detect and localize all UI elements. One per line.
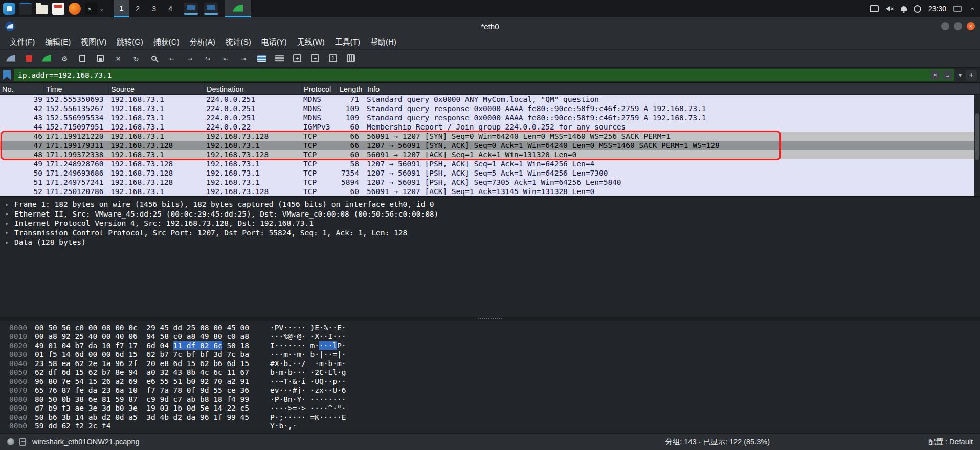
packet-row-47[interactable]: 47171.199179311192.168.73.128192.168.73.…	[0, 141, 980, 150]
hex-row-0000[interactable]: 000000 50 56 c0 00 08 00 0c 29 45 dd 25 …	[0, 323, 980, 332]
packet-row-50[interactable]: 50171.249693686192.168.73.128192.168.73.…	[0, 168, 980, 178]
save-file-button[interactable]	[92, 51, 109, 66]
display-tray-icon[interactable]	[870, 5, 879, 12]
menu-help[interactable]: 帮助(H)	[366, 36, 401, 49]
taskbar-desktop-2[interactable]: 2	[130, 0, 145, 17]
taskbar-desktop-1[interactable]: 1	[114, 0, 129, 17]
clear-filter-icon[interactable]: ×	[930, 70, 940, 80]
add-filter-button[interactable]: +	[966, 70, 977, 81]
detail-row-2[interactable]: ▸Internet Protocol Version 4, Src: 192.1…	[0, 219, 980, 228]
hex-row-0090[interactable]: 0090d7 b9 f3 ae 3e 3d b0 3e 19 03 1b 0d …	[0, 404, 980, 413]
filter-dropdown-chevron[interactable]: ▾	[957, 72, 963, 79]
menu-tools[interactable]: 工具(T)	[330, 36, 365, 49]
hex-row-0080[interactable]: 008080 50 0b 38 6e 81 59 87 c9 9d c7 ab …	[0, 395, 980, 404]
zoom-100-button[interactable]: 1	[324, 51, 342, 66]
packet-row-46[interactable]: 46171.199121220192.168.73.1192.168.73.12…	[0, 132, 980, 141]
detail-row-3[interactable]: ▸Transmission Control Protocol, Src Port…	[0, 228, 980, 238]
menu-analyze[interactable]: 分析(A)	[185, 36, 220, 49]
window-thumbnail-1[interactable]	[184, 3, 198, 15]
packet-row-49[interactable]: 49171.248928760192.168.73.128192.168.73.…	[0, 159, 980, 168]
menu-statistics[interactable]: 统计(S)	[221, 36, 256, 49]
hex-row-0070[interactable]: 007065 76 87 fe da 23 6a 10 f7 7a 78 0f …	[0, 386, 980, 395]
reload-file-button[interactable]: ↻	[127, 51, 145, 66]
resize-columns-button[interactable]	[342, 51, 360, 66]
find-packet-button[interactable]	[145, 51, 163, 66]
menu-edit[interactable]: 编辑(E)	[40, 36, 75, 49]
detail-row-4[interactable]: ▸Data (128 bytes)	[0, 238, 980, 247]
menu-file[interactable]: 文件(F)	[5, 36, 39, 49]
hex-row-0030[interactable]: 003001 f5 14 6d 00 00 6d 15 62 b7 7c bf …	[0, 350, 980, 359]
expander-icon[interactable]: ▸	[3, 201, 11, 208]
hex-row-00a0[interactable]: 00a050 b6 3b 14 ab d2 0d a5 3d 4b d2 da …	[0, 413, 980, 422]
menu-wireless[interactable]: 无线(W)	[293, 36, 329, 49]
close-file-button[interactable]: ×	[109, 51, 127, 66]
expander-icon[interactable]: ▸	[3, 239, 11, 246]
packet-row-42[interactable]: 42152.556135267192.168.73.1224.0.0.251MD…	[0, 104, 980, 113]
filter-bookmark-icon[interactable]	[3, 70, 11, 80]
profile-button[interactable]: 配置 : Default	[928, 437, 973, 447]
go-first-packet-button[interactable]: ⇤	[217, 51, 234, 66]
column-header-no[interactable]: No.	[0, 83, 44, 94]
hex-row-0060[interactable]: 006096 80 7e 54 15 26 a2 69 e6 55 51 b0 …	[0, 377, 980, 386]
pane-splitter[interactable]	[0, 317, 980, 321]
packet-row-43[interactable]: 43152.556995534192.168.73.1224.0.0.251MD…	[0, 113, 980, 122]
detail-row-0[interactable]: ▸Frame 1: 182 bytes on wire (1456 bits),…	[0, 200, 980, 209]
file-manager-icon[interactable]	[36, 5, 48, 14]
browser-icon[interactable]	[69, 3, 81, 15]
hex-row-0050[interactable]: 005062 df 6d 15 62 b7 8e 94 a0 32 43 8b …	[0, 368, 980, 377]
taskbar-desktop-3[interactable]: 3	[146, 0, 162, 17]
menu-capture[interactable]: 捕获(C)	[149, 36, 184, 49]
expert-info-icon[interactable]	[7, 438, 14, 445]
colorize-packets-button[interactable]	[253, 51, 270, 66]
auto-scroll-button[interactable]	[271, 51, 288, 66]
detail-row-1[interactable]: ▸Ethernet II, Src: VMware_45:dd:25 (00:0…	[0, 209, 980, 219]
volume-muted-icon[interactable]: ×	[883, 3, 894, 14]
zoom-out-button[interactable]: −	[306, 51, 324, 66]
menu-telephony[interactable]: 电话(Y)	[257, 36, 292, 49]
packet-row-51[interactable]: 51171.249757241192.168.73.128192.168.73.…	[0, 178, 980, 187]
taskbar-desktop-4[interactable]: 4	[163, 0, 178, 17]
go-back-button[interactable]: ←	[163, 51, 181, 66]
terminal-icon[interactable]: >_	[85, 3, 97, 15]
start-capture-button[interactable]	[2, 51, 19, 66]
hex-row-0040[interactable]: 004023 58 ea 62 2e 1a 96 2f 20 e8 6d 15 …	[0, 359, 980, 368]
hex-row-0010[interactable]: 001000 a8 92 25 40 00 40 06 94 58 c0 a8 …	[0, 332, 980, 341]
maximize-button[interactable]	[954, 22, 962, 30]
column-header-dst[interactable]: Destination	[205, 83, 302, 94]
document-app-icon[interactable]	[52, 3, 64, 15]
stop-capture-button[interactable]	[20, 51, 37, 66]
apply-filter-icon[interactable]: →	[943, 70, 952, 80]
notifications-icon[interactable]	[898, 3, 909, 14]
tray-app-icon[interactable]	[914, 5, 921, 13]
clock[interactable]: 23:30	[925, 5, 949, 13]
packet-row-52[interactable]: 52171.250120786192.168.73.1192.168.73.12…	[0, 187, 980, 196]
column-header-proto[interactable]: Protocol	[302, 83, 338, 94]
display-filter-input[interactable]: ip.addr==192.168.73.1 × →	[14, 69, 954, 81]
window-thumbnail-2[interactable]	[204, 3, 218, 15]
go-forward-button[interactable]: →	[181, 51, 198, 66]
zoom-in-button[interactable]: +	[288, 51, 306, 66]
packet-row-48[interactable]: 48171.199372338192.168.73.1192.168.73.12…	[0, 150, 980, 159]
restart-capture-button[interactable]	[38, 51, 55, 66]
go-last-packet-button[interactable]: ⇥	[235, 51, 252, 66]
expander-icon[interactable]: ▸	[3, 220, 11, 227]
packet-list-scrollbar[interactable]	[974, 95, 980, 196]
hex-row-0020[interactable]: 002049 01 04 b7 da 10 f7 17 6d 04 11 df …	[0, 341, 980, 350]
column-header-src[interactable]: Source	[109, 83, 205, 94]
taskbar-wireshark-task[interactable]	[225, 0, 251, 17]
app-launcher-icon[interactable]	[3, 3, 15, 15]
column-header-time[interactable]: Time	[44, 83, 109, 94]
packet-row-44[interactable]: 44152.715097951192.168.73.1224.0.0.22IGM…	[0, 122, 980, 132]
column-header-info[interactable]: Info	[365, 83, 980, 94]
tray-expander-icon[interactable]: ›	[966, 3, 977, 14]
capture-options-button[interactable]: ⚙	[56, 51, 73, 66]
expander-icon[interactable]: ▸	[3, 229, 11, 236]
menu-go[interactable]: 跳转(G)	[112, 36, 148, 49]
panel-settings-icon[interactable]	[953, 6, 962, 12]
open-file-button[interactable]	[74, 51, 91, 66]
minimize-button[interactable]	[941, 22, 949, 30]
hex-row-00b0[interactable]: 00b059 dd 62 f2 2c f4Y·b·,·	[0, 422, 980, 431]
close-button[interactable]: ×	[967, 22, 975, 30]
window-manager-icon[interactable]	[19, 3, 32, 15]
launcher-chevron-icon[interactable]: ⌄	[99, 5, 104, 12]
